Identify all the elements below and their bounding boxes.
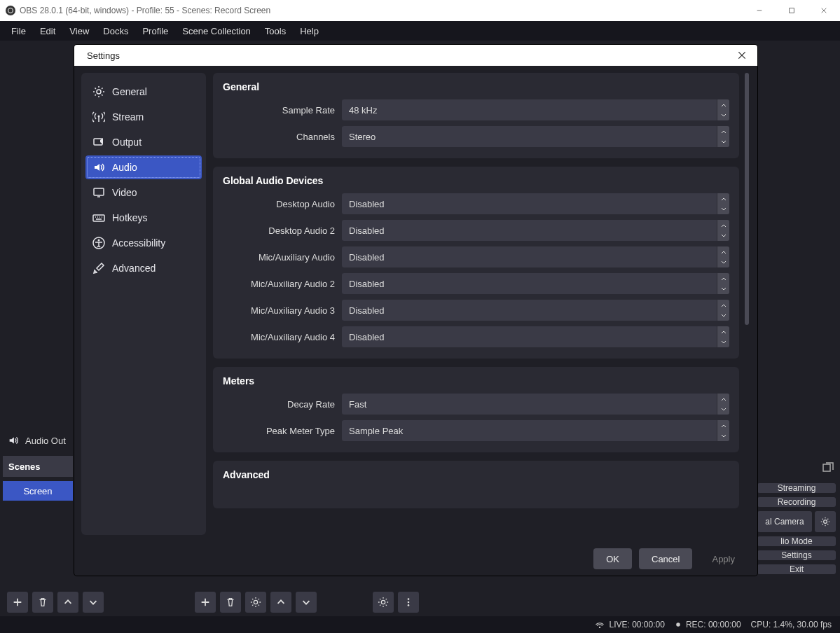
- select-value: Disabled: [349, 305, 385, 316]
- menu-file[interactable]: File: [4, 23, 33, 39]
- section-title: Global Audio Devices: [223, 175, 729, 186]
- dialog-titlebar: Settings: [74, 45, 757, 66]
- exit-button[interactable]: Exit: [757, 564, 836, 574]
- status-live: LIVE: 00:00:00: [595, 620, 664, 629]
- sidebar-item-accessibility[interactable]: Accessibility: [85, 231, 202, 255]
- decay-rate-select[interactable]: Fast: [342, 394, 729, 415]
- cancel-button[interactable]: Cancel: [639, 548, 692, 569]
- apply-button[interactable]: Apply: [699, 548, 748, 569]
- mic-aux-2-select[interactable]: Disabled: [342, 273, 729, 294]
- audio-source-row[interactable]: Audio Out: [3, 429, 73, 452]
- studio-mode-button[interactable]: lio Mode: [757, 536, 836, 546]
- scenes-remove-button[interactable]: [32, 592, 53, 613]
- keyboard-icon: [92, 211, 105, 224]
- virtual-camera-button[interactable]: al Camera: [757, 511, 812, 532]
- channels-select[interactable]: Stereo: [342, 126, 729, 147]
- sidebar-item-video[interactable]: Video: [85, 181, 202, 204]
- section-title: Advanced: [223, 469, 729, 480]
- mixer-menu-button[interactable]: [398, 592, 419, 613]
- popout-icon[interactable]: [822, 461, 836, 475]
- section-title: General: [223, 81, 729, 92]
- spinner-icon[interactable]: [717, 273, 729, 294]
- scenes-add-button[interactable]: [7, 592, 28, 613]
- select-value: Sample Peak: [349, 426, 403, 436]
- menu-help[interactable]: Help: [293, 23, 326, 39]
- sources-remove-button[interactable]: [220, 592, 241, 613]
- section-general: General Sample Rate 48 kHz Channels Ste: [213, 73, 739, 158]
- sidebar-item-label: Output: [112, 137, 142, 148]
- mic-aux-4-select[interactable]: Disabled: [342, 326, 729, 347]
- speaker-icon: [92, 161, 105, 174]
- select-value: Stereo: [349, 132, 376, 142]
- accessibility-icon: [92, 237, 105, 249]
- mic-aux-select[interactable]: Disabled: [342, 246, 729, 267]
- output-icon: [92, 136, 105, 148]
- field-label: Mic/Auxiliary Audio 4: [223, 332, 342, 342]
- sidebar-item-general[interactable]: General: [85, 80, 202, 104]
- field-label: Desktop Audio 2: [223, 225, 342, 236]
- menu-scene-collection[interactable]: Scene Collection: [175, 23, 258, 39]
- status-live-text: LIVE: 00:00:00: [609, 620, 664, 629]
- obs-logo-icon: [6, 6, 15, 15]
- sources-props-button[interactable]: [245, 592, 266, 613]
- field-label: Mic/Auxiliary Audio 2: [223, 279, 342, 289]
- scene-item[interactable]: Screen: [3, 481, 73, 501]
- status-rec-text: REC: 00:00:00: [686, 620, 741, 629]
- sidebar-item-hotkeys[interactable]: Hotkeys: [85, 206, 202, 230]
- monitor-icon: [92, 186, 105, 199]
- spinner-icon[interactable]: [717, 99, 729, 120]
- field-label: Mic/Auxiliary Audio: [223, 252, 342, 263]
- peak-meter-type-select[interactable]: Sample Peak: [342, 420, 729, 441]
- sidebar-item-label: Hotkeys: [112, 212, 148, 223]
- select-value: Disabled: [349, 252, 385, 263]
- mic-aux-3-select[interactable]: Disabled: [342, 300, 729, 321]
- mixer-props-button[interactable]: [373, 592, 394, 613]
- menu-docks[interactable]: Docks: [96, 23, 135, 39]
- start-streaming-button[interactable]: Streaming: [757, 483, 836, 493]
- menu-view[interactable]: View: [62, 23, 96, 39]
- ok-button[interactable]: OK: [593, 548, 632, 569]
- settings-button[interactable]: Settings: [757, 550, 836, 560]
- spinner-icon[interactable]: [717, 246, 729, 267]
- sources-up-button[interactable]: [270, 592, 291, 613]
- select-value: Fast: [349, 399, 366, 410]
- dialog-close-button[interactable]: [734, 47, 750, 64]
- sidebar-item-stream[interactable]: Stream: [85, 105, 202, 129]
- sidebar-item-audio[interactable]: Audio: [85, 155, 202, 179]
- field-label: Sample Rate: [223, 105, 342, 116]
- rec-dot-icon: [675, 621, 682, 628]
- menu-edit[interactable]: Edit: [33, 23, 62, 39]
- scenes-down-button[interactable]: [83, 592, 104, 613]
- sources-add-button[interactable]: [195, 592, 216, 613]
- spinner-icon[interactable]: [717, 126, 729, 147]
- scenes-panel-header: Scenes: [3, 456, 73, 477]
- window-title: OBS 28.0.1 (64-bit, windows) - Profile: …: [20, 6, 270, 15]
- spinner-icon[interactable]: [717, 420, 729, 441]
- status-bar: LIVE: 00:00:00 REC: 00:00:00 CPU: 1.4%, …: [0, 616, 840, 633]
- desktop-audio-2-select[interactable]: Disabled: [342, 220, 729, 241]
- menu-profile[interactable]: Profile: [135, 23, 175, 39]
- sidebar-item-output[interactable]: Output: [85, 130, 202, 154]
- minimize-button[interactable]: [743, 0, 776, 21]
- spinner-icon[interactable]: [717, 220, 729, 241]
- spinner-icon[interactable]: [717, 300, 729, 321]
- sidebar-item-advanced[interactable]: Advanced: [85, 256, 202, 280]
- bottom-toolbar: [0, 588, 840, 616]
- section-global-audio-devices: Global Audio Devices Desktop AudioDisabl…: [213, 167, 739, 359]
- spinner-icon[interactable]: [717, 193, 729, 214]
- sources-down-button[interactable]: [296, 592, 317, 613]
- scenes-up-button[interactable]: [57, 592, 78, 613]
- sample-rate-select[interactable]: 48 kHz: [342, 99, 729, 120]
- desktop-audio-select[interactable]: Disabled: [342, 193, 729, 214]
- spinner-icon[interactable]: [717, 326, 729, 347]
- status-rec: REC: 00:00:00: [675, 620, 741, 629]
- content-scrollbar[interactable]: [743, 73, 750, 535]
- menu-tools[interactable]: Tools: [258, 23, 293, 39]
- menubar: File Edit View Docks Profile Scene Colle…: [0, 21, 840, 41]
- window-close-button[interactable]: [808, 0, 840, 21]
- spinner-icon[interactable]: [717, 394, 729, 415]
- virtual-camera-settings-button[interactable]: [815, 511, 836, 532]
- maximize-button[interactable]: [776, 0, 808, 21]
- gear-icon: [92, 85, 105, 98]
- start-recording-button[interactable]: Recording: [757, 497, 836, 507]
